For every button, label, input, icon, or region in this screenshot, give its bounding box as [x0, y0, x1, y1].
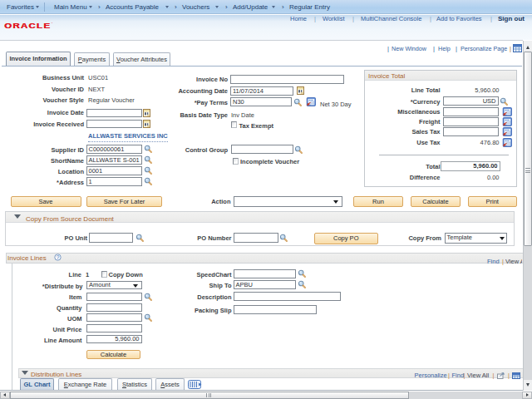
- svg-text:?: ?: [56, 254, 59, 260]
